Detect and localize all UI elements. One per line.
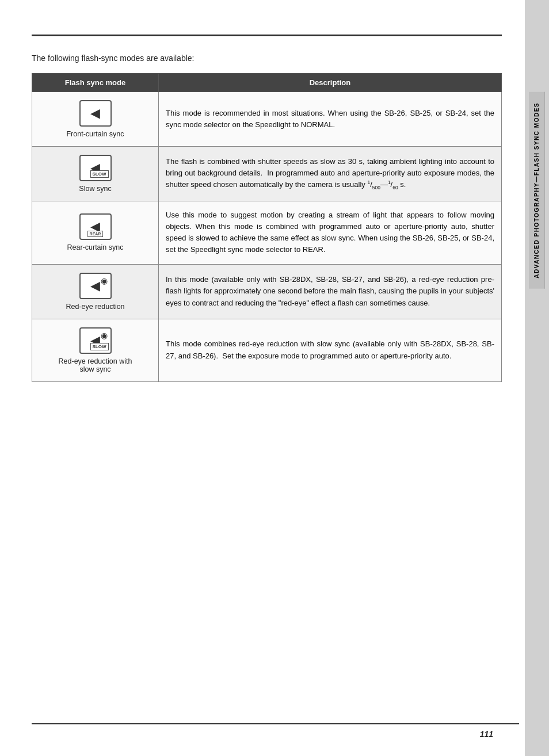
mode-label-red-eye: Red-eye reduction bbox=[39, 303, 151, 311]
intro-text: The following flash-sync modes are avail… bbox=[32, 54, 502, 63]
desc-cell-red-eye: In this mode (available only with SB-28D… bbox=[159, 264, 502, 319]
table-row: ◀ ◉ SLOW Red-eye reduction withslow sync… bbox=[32, 319, 502, 381]
bottom-rule bbox=[32, 723, 519, 724]
desc-cell-slow-sync: The flash is combined with shutter speed… bbox=[159, 147, 502, 201]
table-row: ◀ Front-curtain sync This mode is recomm… bbox=[32, 92, 502, 147]
mode-label-slow-sync: Slow sync bbox=[39, 185, 151, 193]
table-row: ◀ SLOW Slow sync The flash is combined w… bbox=[32, 147, 502, 201]
page: The following flash-sync modes are avail… bbox=[0, 0, 549, 756]
mode-label-front-curtain: Front-curtain sync bbox=[39, 130, 151, 138]
sync-table: Flash sync mode Description ◀ Front-curt… bbox=[32, 73, 502, 382]
desc-cell-rear-curtain: Use this mode to suggest motion by creat… bbox=[159, 201, 502, 265]
desc-cell-front-curtain: This mode is recommended in most situati… bbox=[159, 92, 502, 147]
mode-cell-front-curtain: ◀ Front-curtain sync bbox=[32, 92, 159, 147]
table-row: ◀ ◉ Red-eye reduction In this mode (avai… bbox=[32, 264, 502, 319]
slow-sync-icon: ◀ SLOW bbox=[39, 155, 151, 181]
col-header-mode: Flash sync mode bbox=[32, 74, 159, 92]
rear-curtain-icon: ◀ REAR bbox=[39, 213, 151, 240]
mode-label-rear-curtain: Rear-curtain sync bbox=[39, 243, 151, 251]
mode-cell-red-eye-slow: ◀ ◉ SLOW Red-eye reduction withslow sync bbox=[32, 319, 159, 381]
mode-cell-red-eye: ◀ ◉ Red-eye reduction bbox=[32, 264, 159, 319]
sidebar: ADVANCED PHOTOGRAPHY—FLASH SYNC MODES bbox=[525, 0, 549, 756]
table-row: ◀ REAR Rear-curtain sync Use this mode t… bbox=[32, 201, 502, 265]
red-eye-icon: ◀ ◉ bbox=[39, 273, 151, 299]
sidebar-tab: ADVANCED PHOTOGRAPHY—FLASH SYNC MODES bbox=[529, 92, 545, 289]
page-number: 111 bbox=[480, 730, 493, 739]
eye-symbol: ◉ bbox=[101, 276, 108, 286]
main-content: The following flash-sync modes are avail… bbox=[0, 0, 525, 756]
mode-cell-slow-sync: ◀ SLOW Slow sync bbox=[32, 147, 159, 201]
top-rule bbox=[32, 35, 502, 36]
front-curtain-icon: ◀ bbox=[39, 100, 151, 127]
eye-symbol-2: ◉ bbox=[101, 331, 108, 341]
mode-label-red-eye-slow: Red-eye reduction withslow sync bbox=[39, 357, 151, 373]
red-eye-slow-icon: ◀ ◉ SLOW bbox=[39, 327, 151, 354]
desc-cell-red-eye-slow: This mode combines red-eye reduction wit… bbox=[159, 319, 502, 381]
col-header-desc: Description bbox=[159, 74, 502, 92]
mode-cell-rear-curtain: ◀ REAR Rear-curtain sync bbox=[32, 201, 159, 265]
